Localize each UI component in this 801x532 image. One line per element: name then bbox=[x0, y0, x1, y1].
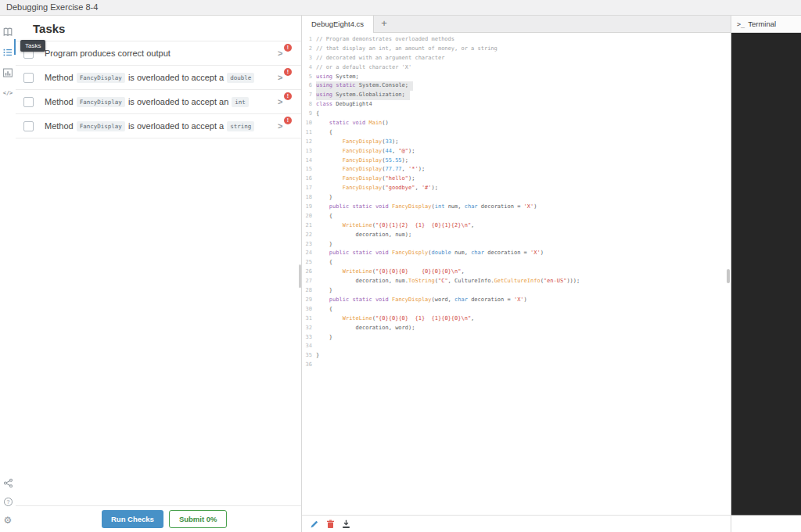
code-chip: double bbox=[227, 73, 254, 83]
exercise-title: Debugging Exercise 8-4 bbox=[6, 2, 98, 12]
line-number: 21 bbox=[302, 221, 312, 231]
task-text: is overloaded to accept a bbox=[128, 121, 224, 131]
terminal-screen[interactable] bbox=[731, 33, 801, 516]
task-expand-chevron-icon[interactable]: > bbox=[278, 49, 282, 58]
tasks-panel-title: Tasks bbox=[33, 22, 301, 35]
new-tab-button[interactable]: + bbox=[374, 16, 394, 32]
line-number: 19 bbox=[302, 203, 312, 212]
code-chip: FancyDisplay bbox=[77, 121, 125, 131]
line-number: 35 bbox=[302, 351, 312, 361]
terminal-panel: >_Terminal bbox=[731, 16, 801, 532]
line-number: 36 bbox=[302, 361, 312, 370]
pencil-icon[interactable] bbox=[310, 519, 319, 529]
line-number: 8 bbox=[302, 100, 312, 110]
gear-icon[interactable]: ⚙ bbox=[0, 512, 16, 529]
sidebar-bottom-icons: ?⚙ bbox=[0, 474, 16, 529]
task-label: MethodFancyDisplayis overloaded to accep… bbox=[45, 73, 257, 83]
share-icon[interactable] bbox=[0, 474, 16, 491]
line-number: 7 bbox=[302, 91, 312, 100]
terminal-prompt-icon: >_ bbox=[737, 20, 745, 28]
download-icon[interactable] bbox=[342, 519, 350, 529]
submit-button[interactable]: Submit 0% bbox=[169, 510, 228, 528]
line-number: 9 bbox=[302, 110, 312, 119]
trash-icon[interactable] bbox=[326, 519, 335, 529]
code-chip: string bbox=[227, 121, 254, 131]
task-error-badge: ! bbox=[284, 117, 292, 124]
line-number: 14 bbox=[302, 156, 312, 166]
code-line: 10 static void Main() bbox=[302, 119, 731, 128]
editor-scrollbar[interactable] bbox=[727, 269, 730, 283]
line-number: 1 bbox=[302, 35, 312, 45]
line-number: 25 bbox=[302, 258, 312, 268]
help-icon[interactable]: ? bbox=[0, 493, 16, 510]
task-error-badge: ! bbox=[284, 92, 292, 100]
task-text: Method bbox=[45, 73, 74, 82]
tasks-icon[interactable] bbox=[0, 44, 16, 61]
task-text: is overloaded to accept a bbox=[128, 73, 224, 82]
book-icon[interactable] bbox=[0, 23, 16, 41]
line-number: 13 bbox=[302, 147, 312, 156]
chart-icon[interactable] bbox=[0, 64, 16, 81]
code-line: 22 decoration, num); bbox=[302, 231, 731, 240]
line-number: 10 bbox=[302, 119, 312, 128]
line-number: 15 bbox=[302, 165, 312, 174]
line-number: 28 bbox=[302, 286, 312, 296]
terminal-tab[interactable]: >_Terminal bbox=[731, 16, 801, 33]
line-number: 33 bbox=[302, 333, 312, 343]
task-row: MethodFancyDisplayis overloaded to accep… bbox=[16, 90, 301, 114]
task-text: Method bbox=[45, 121, 74, 131]
code-line: 29 public static void FancyDisplay(word,… bbox=[302, 296, 731, 305]
code-editor-area[interactable]: 1// Program demonstrates overloaded meth… bbox=[302, 33, 731, 515]
tasks-panel: Tasks Tasks Program produces correct out… bbox=[16, 16, 302, 532]
code-line: 18 } bbox=[302, 193, 731, 203]
code-line: 4// or a default character 'X' bbox=[302, 63, 731, 73]
line-number: 30 bbox=[302, 305, 312, 315]
line-number: 16 bbox=[302, 174, 312, 184]
line-number: 17 bbox=[302, 184, 312, 193]
line-number: 26 bbox=[302, 268, 312, 277]
run-checks-button[interactable]: Run Checks bbox=[102, 510, 163, 528]
code-line: 26 WriteLine("{0}{0}{0} {0}{0}{0}\n", bbox=[302, 268, 731, 277]
code-chip: FancyDisplay bbox=[77, 97, 125, 107]
code-line: 5using System; bbox=[302, 73, 731, 82]
task-text: Method bbox=[45, 97, 74, 106]
task-checkbox[interactable] bbox=[23, 97, 34, 107]
task-expand-chevron-icon[interactable]: > bbox=[278, 74, 282, 82]
terminal-title: Terminal bbox=[748, 20, 776, 28]
code-line: 11 { bbox=[302, 128, 731, 138]
code-line: 30 { bbox=[302, 305, 731, 315]
code-line: 17 FancyDisplay("goodbye", '#'); bbox=[302, 184, 731, 193]
line-number: 6 bbox=[302, 81, 312, 91]
line-number: 5 bbox=[302, 73, 312, 82]
code-chip: int bbox=[232, 97, 249, 107]
task-row: Program produces correct output>! bbox=[16, 41, 301, 66]
code-line: 2// that display an int, an amount of mo… bbox=[302, 45, 731, 54]
code-line: 34 bbox=[302, 342, 731, 351]
code-line: 14 FancyDisplay(55.55); bbox=[302, 156, 731, 166]
line-number: 32 bbox=[302, 324, 312, 333]
task-text: Program produces correct output bbox=[45, 49, 171, 58]
line-number: 20 bbox=[302, 212, 312, 221]
code-line: 20 { bbox=[302, 212, 731, 221]
file-tab[interactable]: DebugEight4.cs bbox=[302, 16, 374, 33]
tasks-scrollbar[interactable] bbox=[299, 264, 301, 288]
task-list: Program produces correct output>!MethodF… bbox=[16, 41, 301, 138]
task-expand-chevron-icon[interactable]: > bbox=[278, 122, 282, 131]
line-number: 31 bbox=[302, 315, 312, 324]
line-number: 2 bbox=[302, 45, 312, 54]
line-number: 12 bbox=[302, 138, 312, 147]
task-text: is overloaded to accept an bbox=[128, 97, 228, 106]
task-expand-chevron-icon[interactable]: > bbox=[278, 98, 282, 106]
task-checkbox[interactable] bbox=[23, 121, 34, 131]
task-row: MethodFancyDisplayis overloaded to accep… bbox=[16, 114, 301, 138]
code-line: 7using System.Globalization; bbox=[302, 91, 731, 100]
line-number: 3 bbox=[302, 54, 312, 63]
code-line: 9{ bbox=[302, 110, 731, 119]
code-line: 15 FancyDisplay(77.77, '*'); bbox=[302, 165, 731, 174]
code-icon[interactable]: </> bbox=[0, 84, 16, 102]
task-label: MethodFancyDisplayis overloaded to accep… bbox=[45, 121, 257, 131]
code-line: 1// Program demonstrates overloaded meth… bbox=[302, 35, 731, 45]
sidebar-top-icons: </> bbox=[0, 23, 16, 102]
task-checkbox[interactable] bbox=[23, 73, 34, 83]
task-row: MethodFancyDisplayis overloaded to accep… bbox=[16, 66, 301, 90]
